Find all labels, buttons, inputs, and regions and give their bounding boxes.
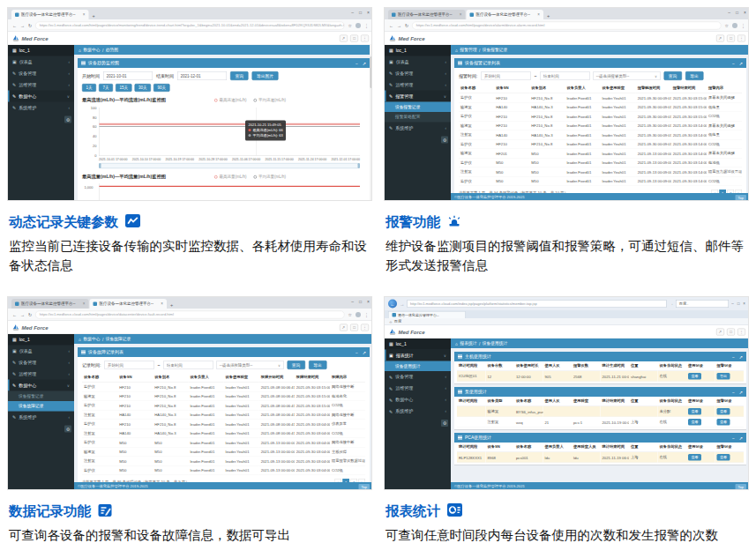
hamburger-menu-icon[interactable]: ⋮: [361, 34, 369, 41]
go-icon[interactable]: →: [670, 301, 674, 306]
url-field[interactable]: https://ec1.medforce-cloud.com/html/page…: [35, 21, 344, 29]
maximize-icon[interactable]: □: [737, 301, 740, 306]
collapse-icon[interactable]: −: [356, 61, 358, 66]
row-action-button[interactable]: 查看: [688, 454, 701, 461]
browser-tab[interactable]: 医疗设备一体化监控管理平台-- ×: [11, 10, 89, 19]
maximize-icon[interactable]: □: [359, 11, 362, 16]
layout-icon[interactable]: □: [350, 34, 358, 41]
submenu-item-alarm-records[interactable]: 设备报警记录: [385, 102, 451, 113]
fullscreen-icon[interactable]: ↗: [340, 34, 348, 41]
forward-icon[interactable]: →: [20, 312, 25, 317]
profile-avatar[interactable]: [356, 312, 361, 317]
quick-range-button[interactable]: 15天: [116, 84, 132, 92]
browser-menu-icon[interactable]: ⋮: [364, 23, 369, 28]
alarm-type-select[interactable]: --请选择报警类型--∨: [593, 71, 660, 80]
tab-close-icon[interactable]: ×: [161, 301, 163, 306]
hamburger-menu-icon[interactable]: ⋮: [737, 34, 745, 41]
expand-icon[interactable]: ↗: [739, 354, 743, 360]
minimize-icon[interactable]: –: [351, 11, 354, 16]
row-action-button[interactable]: 查看: [688, 419, 701, 426]
home-icon[interactable]: ⌂: [455, 48, 458, 53]
sidebar-item-reports[interactable]: ▣报表统计∨: [385, 350, 451, 361]
url-field[interactable]: https://ec1.medforce-cloud.com/html/page…: [412, 21, 721, 29]
favorite-link[interactable]: 百度: [394, 319, 402, 324]
sidebar-item-system[interactable]: ✎系统维护‹: [385, 405, 451, 417]
sidebar-item-alarm[interactable]: ✎报警管理∨: [385, 91, 451, 102]
collapse-icon[interactable]: −: [732, 354, 735, 360]
back-to-top-button[interactable]: Top: [736, 195, 746, 201]
quick-range-button[interactable]: 30天: [135, 84, 152, 92]
start-time-input[interactable]: [481, 71, 530, 80]
layout-icon[interactable]: □: [727, 328, 735, 335]
back-icon[interactable]: ←: [389, 23, 393, 28]
sidebar-item-system[interactable]: ✎系统维护‹: [8, 102, 74, 114]
breadcrumb-section[interactable]: 数据中心: [83, 336, 100, 342]
end-date-input[interactable]: [177, 71, 227, 80]
sidebar-item-system[interactable]: ✎系统维护‹: [8, 412, 74, 423]
close-icon[interactable]: ×: [744, 11, 746, 16]
end-time-input[interactable]: [163, 361, 213, 369]
submenu-item-alarm-query[interactable]: 设备报警记录: [8, 391, 74, 402]
quick-range-button[interactable]: 90天: [153, 84, 170, 92]
maximize-icon[interactable]: □: [359, 300, 362, 305]
end-time-input[interactable]: [540, 71, 589, 80]
search-button[interactable]: 查询: [663, 71, 682, 80]
new-tab-button[interactable]: +: [170, 302, 173, 309]
sidebar-item-device[interactable]: ✎设备管理‹: [8, 68, 74, 79]
row-action-button[interactable]: 查看: [717, 419, 730, 426]
forward-icon[interactable]: →: [397, 23, 401, 28]
back-to-top-button[interactable]: Top: [736, 484, 746, 490]
back-icon[interactable]: ←: [388, 300, 397, 309]
row-action-button[interactable]: 查看: [717, 408, 730, 415]
fullscreen-icon[interactable]: ↗: [340, 324, 348, 331]
search-button[interactable]: 查询: [230, 71, 249, 80]
sidebar-item-device[interactable]: ✎设备管理‹: [8, 357, 74, 368]
gear-icon[interactable]: ⚙: [441, 137, 448, 144]
refresh-icon[interactable]: ↻: [405, 23, 408, 28]
row-action-button[interactable]: 查看: [688, 408, 701, 415]
chart-zoom-slider[interactable]: [99, 163, 360, 168]
scrollbar-thumb[interactable]: [371, 56, 373, 88]
expand-icon[interactable]: ↗: [739, 61, 743, 66]
collapse-icon[interactable]: −: [732, 61, 735, 66]
minimize-icon[interactable]: –: [731, 301, 734, 306]
gear-icon[interactable]: ⚙: [441, 420, 448, 427]
expand-icon[interactable]: ↗: [739, 435, 743, 441]
collapse-icon[interactable]: −: [732, 435, 735, 441]
gear-icon[interactable]: ⚙: [64, 116, 71, 123]
tab-close-icon[interactable]: ×: [83, 12, 86, 17]
expand-icon[interactable]: ↗: [739, 390, 743, 395]
row-action-button[interactable]: 查看: [717, 454, 730, 461]
search-button[interactable]: 查询: [287, 361, 305, 369]
sidebar-item-ops[interactable]: ✎运维管理‹: [385, 79, 451, 91]
home-icon[interactable]: ⌂: [455, 341, 458, 346]
browser-tab[interactable]: 通信一体化监控管理平台--: [388, 311, 466, 318]
fault-type-select[interactable]: --请选择故障类型--∨: [216, 361, 283, 369]
sidebar-item-ops[interactable]: ✎运维管理‹: [8, 368, 74, 380]
profile-avatar[interactable]: [732, 23, 737, 28]
new-tab-button[interactable]: +: [93, 13, 95, 20]
browser-tab-inactive[interactable]: 医疗设备一体化监控管理平台-- ×: [11, 299, 89, 309]
back-to-top-button[interactable]: Top: [359, 484, 370, 490]
sidebar-item-ops[interactable]: ✎运维管理‹: [385, 383, 451, 394]
browser-tab-inactive[interactable]: 医疗设备一体化监控管理平台-- ×: [388, 10, 466, 19]
fullscreen-icon[interactable]: ↗: [716, 34, 724, 41]
layout-icon[interactable]: □: [727, 34, 735, 41]
sidebar-item-dashboard[interactable]: ▣仪表盘‹: [385, 56, 451, 68]
expand-icon[interactable]: ↗: [363, 61, 366, 66]
bookmark-star-icon[interactable]: ☆: [725, 23, 729, 28]
sidebar-item-ops[interactable]: ✎运维管理‹: [8, 79, 74, 91]
legend-item[interactable]: 最高流量(mL/h): [214, 174, 247, 180]
gear-icon[interactable]: ⚙: [64, 426, 71, 433]
sidebar-item-datacenter[interactable]: ✎数据中心‹: [385, 394, 451, 405]
expand-icon[interactable]: ↗: [363, 350, 366, 355]
legend-item[interactable]: 平均流速(mL/h): [254, 97, 287, 103]
bookmark-star-icon[interactable]: ☆: [348, 23, 352, 28]
breadcrumb-section[interactable]: 报警管理: [460, 47, 476, 53]
refresh-icon[interactable]: ↻: [28, 23, 32, 28]
legend-item[interactable]: 平均流量(mL/h): [254, 174, 287, 180]
submenu-item-usage-stats[interactable]: 设备使用统计: [385, 361, 451, 372]
sidebar-org[interactable]: ▦ loc_1: [8, 334, 74, 346]
sidebar-org[interactable]: ▦ loc_1: [385, 338, 451, 350]
sidebar-item-system[interactable]: ✎系统维护‹: [385, 123, 451, 134]
